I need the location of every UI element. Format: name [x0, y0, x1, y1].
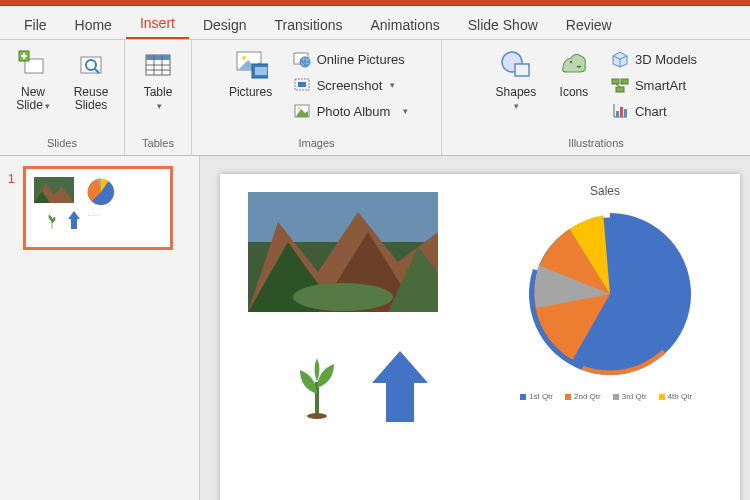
cube-icon [611, 50, 629, 68]
tab-design[interactable]: Design [189, 9, 261, 39]
thumbnail-row: 1 ▪▪▪▪ [8, 166, 191, 250]
tab-insert[interactable]: Insert [126, 7, 189, 39]
photo-album-icon [293, 102, 311, 120]
photo-album-label: Photo Album [317, 104, 391, 119]
group-tables: Table▾ Tables [125, 40, 192, 155]
svg-rect-29 [612, 79, 619, 84]
thumb-pie-icon [86, 177, 116, 207]
chevron-down-icon: ▾ [390, 80, 395, 90]
legend-item: 4th Qtr [659, 392, 692, 401]
up-arrow-shape[interactable] [370, 349, 430, 427]
tab-slideshow[interactable]: Slide Show [454, 9, 552, 39]
screenshot-label: Screenshot [317, 78, 383, 93]
legend-label: 4th Qtr [668, 392, 692, 401]
shapes-label: Shapes▾ [496, 86, 537, 112]
online-pictures-label: Online Pictures [317, 52, 405, 67]
thumb-arrow-icon [68, 211, 80, 232]
svg-marker-41 [68, 211, 80, 229]
group-tables-label: Tables [142, 135, 174, 153]
svg-point-23 [297, 107, 300, 110]
group-images-label: Images [298, 135, 334, 153]
pictures-icon [234, 48, 268, 82]
svg-rect-36 [624, 109, 627, 117]
svg-rect-16 [255, 67, 267, 75]
new-slide-label: New Slide▾ [16, 86, 50, 112]
reuse-slides-button[interactable]: Reuse Slides [66, 46, 116, 112]
group-illustrations-label: Illustrations [568, 135, 624, 153]
icons-label: Icons [560, 86, 589, 99]
group-images: Pictures Online Pictures Screenshot ▾ Ph… [192, 40, 442, 155]
tab-animations[interactable]: Animations [356, 9, 453, 39]
3d-models-label: 3D Models [635, 52, 697, 67]
thumb-photo-icon [34, 177, 74, 203]
svg-rect-8 [146, 55, 170, 60]
tab-transitions[interactable]: Transitions [261, 9, 357, 39]
chart-title: Sales [590, 184, 620, 198]
icons-button[interactable]: Icons [549, 46, 599, 99]
icons-icon [557, 48, 591, 82]
svg-rect-34 [616, 111, 619, 117]
new-slide-icon [16, 48, 50, 82]
legend-label: 3rd Qtr [622, 392, 647, 401]
pictures-button[interactable]: Pictures [221, 46, 281, 99]
svg-rect-25 [515, 64, 529, 76]
screenshot-button[interactable]: Screenshot ▾ [289, 74, 413, 96]
inserted-picture[interactable] [248, 192, 438, 312]
smartart-icon [611, 76, 629, 94]
svg-rect-20 [298, 82, 306, 87]
table-icon [141, 48, 175, 82]
chart-label: Chart [635, 104, 667, 119]
swatch-icon [659, 394, 665, 400]
swatch-icon [565, 394, 571, 400]
photo-album-button[interactable]: Photo Album ▾ [289, 100, 413, 122]
thumbnail-number: 1 [8, 166, 15, 186]
svg-rect-31 [616, 87, 624, 92]
plant-icon[interactable] [290, 354, 345, 422]
svg-point-50 [307, 413, 327, 419]
chart-legend: 1st Qtr 2nd Qtr 3rd Qtr 4th Qtr [520, 392, 720, 401]
thumb-legend-icon: ▪▪▪▪ [88, 213, 98, 217]
chart-icon [611, 102, 629, 120]
legend-label: 1st Qtr [529, 392, 553, 401]
shapes-button[interactable]: Shapes▾ [491, 46, 541, 112]
new-slide-button[interactable]: New Slide▾ [8, 46, 58, 112]
smartart-label: SmartArt [635, 78, 686, 93]
table-label: Table▾ [144, 86, 173, 112]
legend-item: 1st Qtr [520, 392, 553, 401]
chevron-down-icon: ▾ [157, 101, 162, 111]
pie-chart[interactable] [520, 204, 700, 384]
ribbon: New Slide▾ Reuse Slides Slides Table▾ Ta… [0, 40, 750, 156]
slide-1[interactable]: Sales [220, 174, 740, 500]
slide-thumbnail-1[interactable]: ▪▪▪▪ [23, 166, 173, 250]
chevron-down-icon: ▾ [45, 101, 50, 111]
workspace: 1 ▪▪▪▪ [0, 156, 750, 500]
online-pictures-button[interactable]: Online Pictures [289, 48, 413, 70]
chevron-down-icon: ▾ [514, 101, 519, 111]
slide-canvas-area[interactable]: Sales [200, 156, 750, 500]
group-slides: New Slide▾ Reuse Slides Slides [0, 40, 125, 155]
online-pictures-icon [293, 50, 311, 68]
svg-point-26 [570, 61, 572, 63]
pictures-label: Pictures [229, 86, 272, 99]
3d-models-button[interactable]: 3D Models [607, 48, 701, 70]
legend-item: 2nd Qtr [565, 392, 601, 401]
reuse-slides-label: Reuse Slides [74, 86, 109, 112]
tab-home[interactable]: Home [61, 9, 126, 39]
tab-review[interactable]: Review [552, 9, 626, 39]
svg-rect-35 [620, 107, 623, 117]
ribbon-tabs: File Home Insert Design Transitions Anim… [0, 6, 750, 40]
legend-label: 2nd Qtr [574, 392, 601, 401]
thumb-plant-icon [46, 213, 58, 232]
table-button[interactable]: Table▾ [133, 46, 183, 112]
group-slides-label: Slides [47, 135, 77, 153]
group-illustrations: Shapes▾ Icons 3D Models SmartArt [442, 40, 750, 155]
tab-file[interactable]: File [10, 9, 61, 39]
slide-thumbnails-panel[interactable]: 1 ▪▪▪▪ [0, 156, 200, 500]
shapes-icon [499, 48, 533, 82]
chart-button[interactable]: Chart [607, 100, 701, 122]
smartart-button[interactable]: SmartArt [607, 74, 701, 96]
legend-item: 3rd Qtr [613, 392, 647, 401]
screenshot-icon [293, 76, 311, 94]
svg-point-14 [242, 56, 246, 60]
svg-marker-51 [372, 351, 428, 422]
